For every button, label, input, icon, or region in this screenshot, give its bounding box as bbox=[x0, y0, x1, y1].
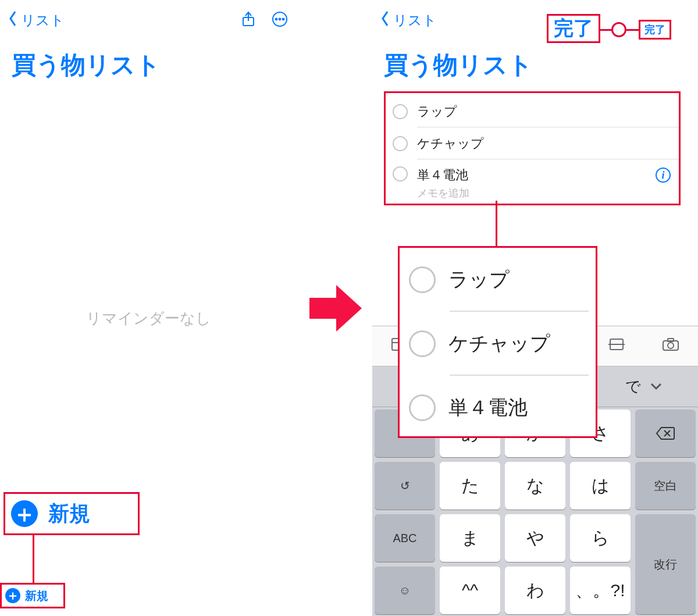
key[interactable]: わ bbox=[505, 567, 565, 614]
reminder-row[interactable]: ケチャップ bbox=[386, 127, 679, 159]
list-title: 買う物リスト bbox=[372, 41, 698, 87]
callout-connector bbox=[496, 201, 497, 246]
callout-new-small: ＋ 新規 bbox=[0, 583, 65, 608]
back-button[interactable]: リスト bbox=[380, 10, 437, 30]
checkbox-icon[interactable] bbox=[393, 136, 408, 151]
reminder-label: ラップ bbox=[417, 103, 457, 120]
reminders-zoom-callout: ラップ ケチャップ 単４電池 bbox=[398, 246, 597, 438]
reminder-label: ケチャップ bbox=[417, 135, 484, 152]
callout-done-small[interactable]: 完了 bbox=[639, 20, 671, 40]
new-button-label[interactable]: 新規 bbox=[48, 500, 90, 528]
key[interactable]: ^^ bbox=[440, 567, 500, 614]
checkbox-icon[interactable] bbox=[409, 394, 436, 421]
back-label: リスト bbox=[21, 11, 65, 30]
back-label: リスト bbox=[393, 11, 437, 30]
svg-rect-17 bbox=[668, 339, 674, 341]
more-icon[interactable] bbox=[271, 10, 289, 30]
checkbox-icon[interactable] bbox=[393, 166, 408, 181]
key-space[interactable]: 空白 bbox=[635, 462, 696, 510]
callout-connector bbox=[33, 535, 34, 583]
new-button-label-small[interactable]: 新規 bbox=[25, 588, 48, 604]
note-placeholder[interactable]: メモを追加 bbox=[417, 186, 469, 200]
list-title: 買う物リスト bbox=[0, 41, 297, 87]
plus-icon[interactable]: ＋ bbox=[5, 588, 20, 603]
reminder-label: 単４電池 bbox=[448, 394, 528, 421]
callout-connector bbox=[600, 29, 612, 31]
checkbox-icon[interactable] bbox=[409, 330, 436, 357]
empty-state-text: リマインダーなし bbox=[0, 308, 297, 329]
arrow-icon bbox=[309, 285, 362, 332]
callout-new-big: ＋ 新規 bbox=[3, 492, 140, 535]
reminder-row[interactable]: ケチャップ bbox=[400, 312, 596, 376]
callout-done-big[interactable]: 完了 bbox=[547, 14, 600, 43]
reminder-row[interactable]: ラップ bbox=[386, 95, 679, 127]
share-icon[interactable] bbox=[240, 10, 257, 30]
key[interactable]: た bbox=[440, 462, 500, 510]
key[interactable]: や bbox=[505, 514, 565, 562]
key[interactable]: ま bbox=[440, 514, 500, 562]
callout-connector bbox=[626, 29, 639, 31]
key[interactable]: ら bbox=[570, 514, 631, 562]
chevron-left-icon bbox=[380, 10, 390, 30]
svg-point-16 bbox=[668, 343, 674, 348]
key[interactable]: な bbox=[505, 462, 565, 510]
navbar-left: リスト bbox=[0, 0, 297, 41]
reminder-row[interactable]: 単４電池 bbox=[400, 376, 596, 440]
camera-icon[interactable] bbox=[662, 337, 679, 355]
suggestion[interactable]: で bbox=[590, 366, 698, 407]
scan-icon[interactable] bbox=[608, 337, 625, 355]
back-button[interactable]: リスト bbox=[8, 10, 65, 30]
key[interactable]: 、。?! bbox=[570, 567, 631, 614]
chevron-left-icon bbox=[8, 10, 17, 30]
svg-point-3 bbox=[276, 19, 277, 20]
reminder-label: ラップ bbox=[448, 266, 510, 293]
chevron-down-icon[interactable] bbox=[650, 378, 663, 396]
plus-icon[interactable]: ＋ bbox=[11, 500, 38, 527]
checkbox-icon[interactable] bbox=[393, 104, 408, 119]
reminder-row[interactable]: ラップ bbox=[400, 248, 596, 312]
key-abc[interactable]: ABC bbox=[375, 514, 435, 562]
info-icon[interactable]: i bbox=[656, 168, 671, 183]
svg-point-5 bbox=[283, 19, 284, 20]
callout-connector-circle bbox=[611, 22, 626, 37]
reminder-label: ケチャップ bbox=[448, 330, 550, 357]
key-emoji[interactable]: ☺ bbox=[375, 567, 435, 614]
reminder-row-editing[interactable]: 単４電池 メモを追加 i bbox=[386, 159, 679, 204]
reminder-label: 単４電池 bbox=[417, 166, 469, 184]
svg-point-4 bbox=[279, 19, 281, 20]
key-return[interactable]: 改行 bbox=[635, 514, 696, 614]
reminders-list-callout: ラップ ケチャップ 単４電池 メモを追加 i bbox=[384, 91, 681, 205]
checkbox-icon[interactable] bbox=[409, 266, 436, 293]
key-undo[interactable]: ↺ bbox=[375, 462, 435, 510]
key-backspace[interactable] bbox=[635, 410, 696, 457]
key[interactable]: は bbox=[570, 462, 631, 510]
